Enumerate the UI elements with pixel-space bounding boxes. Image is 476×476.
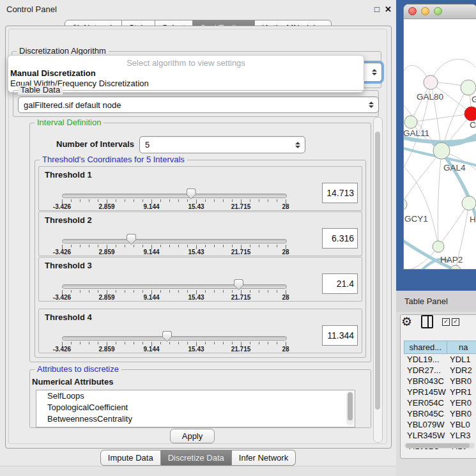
num-intervals-label: Number of Intervals	[56, 139, 134, 149]
minimize-traffic-light[interactable]	[421, 7, 429, 15]
close-panel-icon[interactable]: ✕	[385, 4, 392, 14]
num-intervals-combobox[interactable]: 5	[139, 136, 305, 153]
tab-discretize-data[interactable]: Discretize Data	[161, 450, 232, 466]
cell-shared-name[interactable]: YBR043C	[404, 376, 447, 387]
network-edge[interactable]	[411, 114, 472, 122]
table-panel-title: Table Panel	[404, 296, 448, 306]
network-node-gal4[interactable]	[433, 142, 450, 159]
threshold-box-3: Threshold 3-3.4262.8599.14415.4321.71528	[38, 257, 362, 302]
cell-shared-name[interactable]: YLR345W	[404, 430, 447, 441]
attributes-list[interactable]: SelfLoopsTopologicalCoefficientBetweenne…	[36, 390, 355, 427]
node-label-gal80: GAL80	[417, 92, 443, 102]
network-node-gcy1[interactable]	[404, 199, 407, 210]
cell-name[interactable]: YLR3	[447, 430, 476, 441]
table-data-group-title: Table Data	[18, 86, 63, 95]
network-node-h[interactable]	[462, 196, 476, 210]
threshold-value-field[interactable]	[322, 273, 358, 294]
combobox-stepper-icon	[372, 69, 377, 75]
table-row[interactable]: YBR045CYBR0	[404, 408, 476, 419]
panel-scrollbar-thumb[interactable]	[375, 132, 380, 410]
network-node-hap2[interactable]	[433, 241, 444, 252]
attribute-item-topologicalcoefficient[interactable]: TopologicalCoefficient	[36, 402, 355, 413]
network-canvas[interactable]: GAL80GCGAL11GAL4GCY1HHAP2	[404, 19, 476, 269]
attributes-group-title: Attributes to discretize	[35, 365, 121, 374]
table-panel-titlebar[interactable]: Table Panel	[396, 291, 476, 312]
slider-track[interactable]	[62, 239, 287, 243]
tab-impute-data[interactable]: Impute Data	[100, 450, 161, 466]
cell-shared-name[interactable]: YBR045C	[404, 408, 447, 419]
table-row[interactable]: YBR043CYBR0	[404, 376, 476, 387]
table-panel-body: ⚙ ✓ ✓ shared... na YDL19...YDL1YDR27...Y…	[396, 312, 476, 476]
threshold-box-1: Threshold 1-3.4262.8599.14415.4321.71528	[38, 166, 362, 211]
split-columns-icon[interactable]	[421, 315, 433, 328]
threshold-value-field[interactable]	[322, 325, 358, 346]
cell-shared-name[interactable]: YDL19...	[404, 354, 447, 365]
node-table[interactable]: shared... na YDL19...YDL1YDR27...YDR2YBR…	[404, 341, 476, 452]
network-window-titlebar[interactable]	[404, 4, 476, 19]
network-node-c[interactable]	[464, 107, 476, 121]
column-header-shared[interactable]: shared...	[404, 341, 447, 354]
table-row[interactable]: YDR27...YDR2	[404, 365, 476, 376]
table-data-combobox[interactable]: galFiltered.sif default node	[18, 96, 379, 113]
attributes-scrollbar-thumb[interactable]	[348, 392, 353, 420]
gear-icon[interactable]: ⚙	[401, 316, 412, 328]
node-label-gal11: GAL11	[404, 128, 429, 138]
table-row[interactable]: YER054CYER0	[404, 397, 476, 408]
cyni-bottom-tabs: Impute DataDiscretize DataInfer Network	[0, 450, 396, 466]
network-edge[interactable]	[438, 203, 469, 247]
algorithm-group-title: Discretization Algorithm	[17, 47, 109, 56]
table-row[interactable]: YDL19...YDL1	[404, 354, 476, 365]
cell-name[interactable]: YPR1	[447, 387, 476, 397]
cell-shared-name[interactable]: YPR145W	[404, 387, 447, 397]
cell-shared-name[interactable]: YBL079W	[404, 419, 447, 430]
network-edge[interactable]	[404, 151, 441, 204]
slider-track[interactable]	[62, 194, 287, 198]
tab-label: Discretize Data	[168, 453, 224, 463]
zoom-traffic-light[interactable]	[434, 7, 442, 15]
cell-name[interactable]: YBR0	[447, 376, 476, 387]
network-node-gal80[interactable]	[424, 75, 438, 89]
network-node-partial[interactable]	[450, 265, 461, 269]
network-node-g[interactable]	[461, 80, 476, 95]
control-panel-title: Control Panel	[6, 4, 57, 14]
algorithm-option-manual-discretization[interactable]: Manual Discretization	[8, 68, 364, 79]
slider-track[interactable]	[62, 336, 287, 341]
network-node-gal11[interactable]	[404, 116, 417, 128]
checkbox-icon[interactable]: ✓	[442, 318, 450, 326]
tab-infer-network[interactable]: Infer Network	[232, 450, 296, 466]
combobox-stepper-icon	[295, 142, 300, 148]
cell-name[interactable]: YDL1	[447, 354, 476, 365]
cell-name[interactable]: YER0	[447, 397, 476, 408]
float-window-icon[interactable]: □	[374, 4, 380, 14]
network-window[interactable]: GAL80GCGAL11GAL4GCY1HHAP2	[403, 4, 476, 270]
column-header-name[interactable]: na	[447, 341, 476, 354]
cell-name[interactable]: YDR2	[447, 365, 476, 376]
threshold-box-2: Threshold 2-3.4262.8599.14415.4321.71528	[38, 211, 362, 256]
network-edge[interactable]	[438, 151, 441, 247]
cell-shared-name[interactable]: YDR27...	[404, 365, 447, 376]
table-row[interactable]: YBL079WYBL0	[404, 419, 476, 430]
attribute-item-selfloops[interactable]: SelfLoops	[36, 390, 355, 402]
threshold-value-field[interactable]	[322, 228, 358, 249]
tab-label: Impute Data	[108, 453, 153, 463]
panel-scrollbar[interactable]	[373, 117, 383, 443]
table-row[interactable]: YPR145WYPR1	[404, 387, 476, 397]
network-edge[interactable]	[431, 59, 475, 82]
threshold-label: Threshold 3	[45, 261, 92, 270]
slider-track[interactable]	[62, 284, 287, 289]
apply-button[interactable]: Apply	[170, 429, 215, 443]
table-hscrollbar[interactable]	[404, 443, 475, 449]
close-traffic-light[interactable]	[408, 7, 417, 15]
cell-shared-name[interactable]: YER054C	[404, 397, 447, 408]
tab-label: Infer Network	[239, 453, 288, 463]
table-row[interactable]: YLR345WYLR3	[404, 430, 476, 441]
threshold-label: Threshold 4	[45, 312, 92, 322]
cell-name[interactable]: YBR0	[447, 408, 476, 419]
attributes-scrollbar[interactable]	[346, 391, 354, 426]
table-hscrollbar-thumb[interactable]	[406, 443, 470, 448]
cell-name[interactable]: YBL0	[447, 419, 476, 430]
threshold-value-field[interactable]	[322, 183, 358, 203]
attribute-item-betweennesscentrality[interactable]: BetweennessCentrality	[36, 413, 355, 425]
checkbox-icon[interactable]: ✓	[452, 318, 459, 326]
node-label-hap2: HAP2	[440, 255, 463, 265]
